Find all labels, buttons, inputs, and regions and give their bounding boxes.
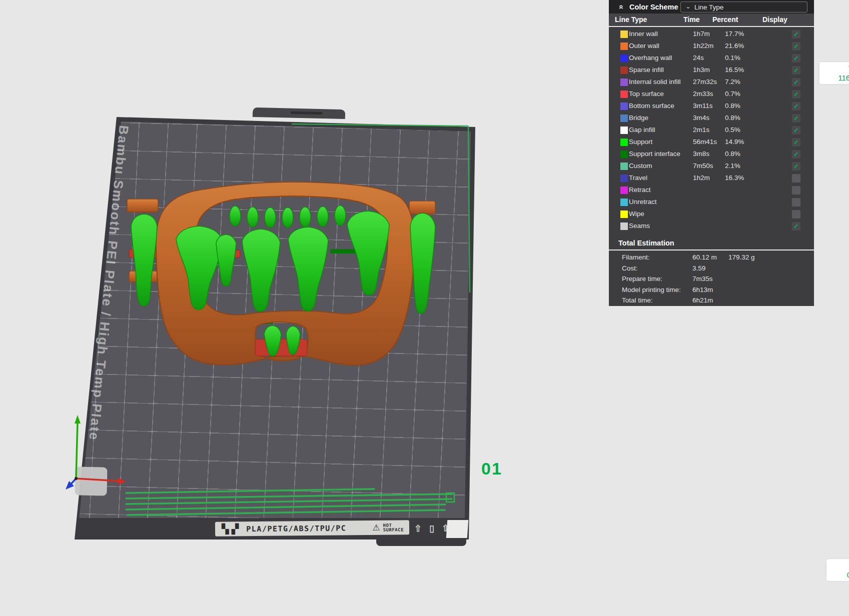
display-checkbox[interactable] [792, 174, 800, 182]
line-type-time: 1h3m [693, 66, 710, 74]
line-type-time: 7m50s [693, 162, 713, 170]
estimation-label: Total time: [622, 296, 653, 304]
line-type-label: Custom [629, 162, 652, 170]
line-type-time: 24s [693, 54, 704, 62]
line-type-row: Outer wall 1h22m 21.6% ✓ [609, 40, 814, 52]
line-type-color-swatch [620, 138, 628, 146]
line-type-row: Bridge 3m4s 0.8% ✓ [609, 112, 814, 124]
line-type-label: Wipe [629, 210, 644, 218]
line-type-row: Support 56m41s 14.9% ✓ [609, 136, 814, 148]
display-checkbox[interactable]: ✓ [792, 126, 800, 134]
estimation-row: Prepare time: 7m35s [609, 274, 814, 285]
line-type-row: Overhang wall 24s 0.1% ✓ [609, 52, 814, 64]
line-type-percent: 0.8% [725, 150, 740, 158]
plate-material-text: PLA/PETG/ABS/TPU/PC [246, 524, 346, 534]
display-checkbox[interactable]: ✓ [792, 162, 800, 170]
line-type-label: Inner wall [629, 30, 658, 38]
line-type-row: Bottom surface 3m11s 0.8% ✓ [609, 100, 814, 112]
estimation-label: Model printing time: [622, 286, 681, 294]
line-type-time: 2m33s [693, 90, 713, 98]
line-type-time: 1h22m [693, 42, 713, 50]
display-checkbox[interactable]: ✓ [792, 138, 800, 146]
estimation-row: Model printing time: 6h13m [609, 285, 814, 296]
line-type-percent: 16.5% [725, 66, 744, 74]
line-type-color-swatch [620, 102, 628, 110]
estimation-value-2: 179.32 g [728, 254, 755, 261]
line-type-row: Wipe [609, 208, 814, 220]
line-type-percent: 0.8% [725, 114, 740, 122]
line-type-color-swatch [620, 54, 628, 62]
line-type-label: Top surface [629, 90, 664, 98]
display-checkbox[interactable]: ✓ [792, 54, 800, 62]
line-type-label: Support interface [629, 150, 680, 158]
line-type-percent: 14.9% [725, 138, 744, 146]
line-type-color-swatch [620, 174, 628, 182]
display-checkbox[interactable]: ✓ [792, 90, 800, 98]
line-type-color-swatch [620, 222, 628, 230]
line-type-color-swatch [620, 30, 628, 38]
line-type-label: Seams [629, 222, 650, 230]
display-checkbox[interactable]: ✓ [792, 222, 800, 230]
line-type-percent: 21.6% [725, 42, 744, 50]
view-type-dropdown[interactable]: ⌄ Line Type [680, 2, 807, 12]
display-checkbox[interactable]: ✓ [792, 66, 800, 74]
column-display: Display [762, 16, 787, 24]
line-type-color-swatch [620, 66, 628, 74]
plate-handle-top [253, 108, 345, 119]
estimation-row: Total time: 6h21m [609, 296, 814, 306]
line-type-time: 3m8s [693, 150, 709, 158]
layer-height: 0.20 [832, 570, 849, 580]
collapse-panel-icon[interactable]: « [617, 2, 626, 12]
display-checkbox[interactable]: ✓ [792, 78, 800, 86]
line-type-color-swatch [620, 162, 628, 170]
line-type-row: Top surface 2m33s 0.7% ✓ [609, 88, 814, 100]
line-type-percent: 0.7% [725, 90, 740, 98]
line-type-row: Support interface 3m8s 0.8% ✓ [609, 148, 814, 160]
line-type-time: 2m1s [693, 126, 709, 134]
line-type-label: Support [629, 138, 652, 146]
layer-slider-tooltip-bottom[interactable]: 1 0.20 [826, 559, 849, 581]
display-checkbox[interactable] [792, 198, 800, 206]
display-checkbox[interactable] [792, 186, 800, 194]
line-type-label: Internal solid infill [629, 78, 681, 86]
color-scheme-panel: « Color Scheme ⌄ Line Type Line Type Tim… [609, 0, 814, 306]
line-type-row: Seams ✓ [609, 220, 814, 232]
line-type-color-swatch [620, 78, 628, 86]
line-type-label: Outer wall [629, 42, 659, 50]
panel-header: « Color Scheme ⌄ Line Type [609, 0, 814, 14]
plate-corner-tab [446, 520, 469, 538]
column-line-type: Line Type [615, 16, 647, 24]
line-type-time: 1h2m [693, 174, 710, 182]
line-type-color-swatch [620, 42, 628, 50]
total-estimation-title: Total Estimation [609, 237, 814, 250]
layer-height: 116.00 [825, 73, 849, 82]
display-checkbox[interactable] [792, 210, 800, 218]
line-type-percent: 2.1% [725, 162, 740, 170]
line-type-row: Sparse infill 1h3m 16.5% ✓ [609, 64, 814, 76]
line-type-label: Sparse infill [629, 66, 664, 74]
line-type-row: Retract [609, 184, 814, 196]
display-checkbox[interactable]: ✓ [792, 102, 800, 110]
display-checkbox[interactable]: ✓ [792, 150, 800, 158]
panel-title: Color Scheme [629, 3, 678, 11]
line-type-row: Unretract [609, 196, 814, 208]
display-checkbox[interactable]: ✓ [792, 114, 800, 122]
estimation-value: 6h21m [692, 296, 713, 304]
layer-slider-tooltip-top[interactable]: 776 116.00 [819, 62, 849, 84]
line-type-label: Bottom surface [629, 102, 674, 110]
line-type-label: Unretract [629, 198, 657, 206]
line-type-time: 1h7m [693, 30, 710, 38]
line-type-color-swatch [620, 126, 628, 134]
line-type-label: Retract [629, 186, 651, 194]
line-type-color-swatch [620, 210, 628, 218]
line-type-time: 56m41s [693, 138, 717, 146]
line-type-color-swatch [620, 186, 628, 194]
line-type-percent: 7.2% [725, 78, 740, 86]
estimation-row: Filament: 60.12 m 179.32 g [609, 252, 814, 264]
line-type-color-swatch [620, 150, 628, 158]
layer-number: 1 [832, 560, 849, 570]
qr-code-icon: ▚ [222, 524, 229, 534]
display-checkbox[interactable]: ✓ [792, 42, 800, 50]
estimation-label: Prepare time: [622, 275, 662, 282]
display-checkbox[interactable]: ✓ [792, 30, 800, 38]
